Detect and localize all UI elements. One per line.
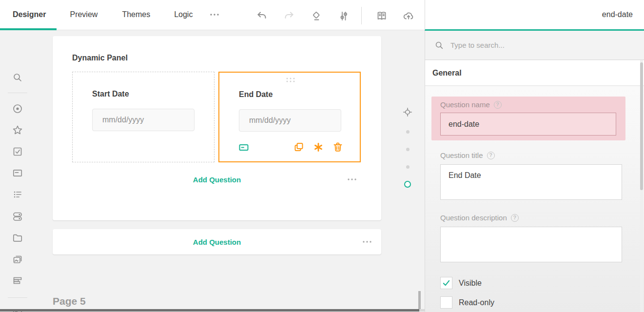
panel-card[interactable]: Dynamic Panel Start Date End Date [53, 36, 381, 220]
panel-more-icon[interactable] [346, 174, 358, 185]
delete-trash-icon[interactable] [332, 141, 344, 153]
field-label: Question title ? [440, 151, 495, 159]
property-fields: Question name ? Question title ? End Dat… [425, 86, 644, 312]
tab-logic[interactable]: Logic [174, 10, 193, 19]
file-folder-icon[interactable] [12, 232, 23, 244]
page-nav-dot[interactable] [406, 165, 410, 169]
design-surface: Dynamic Panel Start Date End Date [35, 30, 425, 312]
drag-handle-icon[interactable] [285, 77, 296, 83]
readonly-checkbox[interactable] [440, 296, 452, 309]
question-name-label: Question name [440, 100, 490, 109]
input-type-icon[interactable] [238, 141, 250, 153]
visible-checkbox[interactable] [440, 277, 452, 289]
field-label: Question description ? [440, 214, 519, 222]
property-search-input[interactable] [450, 41, 644, 49]
property-grid-panel: General Question name ? Question title ?… [425, 31, 644, 312]
redo-icon[interactable] [283, 10, 295, 22]
horizontal-scrollbar[interactable] [0, 309, 419, 312]
page-add-question-card[interactable]: Add Question [53, 229, 381, 254]
tab-themes[interactable]: Themes [122, 10, 150, 19]
help-icon[interactable]: ? [511, 214, 519, 222]
cloud-upload-icon[interactable] [403, 10, 414, 22]
question-description-input[interactable] [440, 227, 622, 262]
settings-sliders-icon[interactable] [338, 10, 350, 22]
undo-icon[interactable] [256, 10, 268, 22]
visible-checkbox-row[interactable]: Visible [440, 277, 482, 289]
panel-title: Dynamic Panel [72, 54, 128, 62]
tab-preview[interactable]: Preview [70, 10, 98, 19]
radiogroup-icon[interactable] [12, 103, 23, 115]
focus-page-icon[interactable] [402, 107, 413, 117]
question-title: End Date [239, 90, 273, 99]
tabs-more-icon[interactable] [209, 9, 220, 20]
dropdown-icon[interactable] [12, 167, 23, 179]
property-panel-header: end-date [425, 0, 644, 31]
question-description-label: Question description [440, 214, 507, 222]
vertical-scrollbar[interactable] [418, 291, 421, 309]
page-label: Page 5 [53, 295, 86, 307]
top-header: Designer Preview Themes Logic [0, 0, 425, 30]
readonly-label: Read-only [459, 298, 494, 307]
section-general[interactable]: General [425, 60, 644, 86]
panel-scrollbar[interactable] [640, 62, 643, 190]
eraser-icon[interactable] [310, 10, 322, 22]
tab-designer[interactable]: Designer [13, 10, 46, 19]
preview-book-icon[interactable] [376, 10, 388, 22]
question-end-date[interactable]: End Date [218, 72, 361, 162]
help-icon[interactable]: ? [494, 101, 502, 109]
ranking-bars-icon[interactable] [12, 275, 23, 287]
rating-star-icon[interactable] [12, 124, 23, 136]
duplicate-icon[interactable] [293, 141, 305, 153]
question-title-label: Question title [440, 151, 483, 159]
date-input[interactable] [239, 109, 341, 132]
help-icon[interactable]: ? [487, 152, 495, 159]
field-question-name-highlighted: Question name ? [431, 97, 625, 140]
page-nav-current-dot[interactable] [404, 181, 411, 188]
checkbox-icon[interactable] [12, 146, 23, 157]
view-tabs: Designer Preview Themes Logic [13, 0, 220, 29]
question-name-input[interactable] [440, 113, 616, 136]
question-title: Start Date [92, 90, 129, 98]
question-start-date[interactable]: Start Date [72, 72, 215, 162]
field-label: Question name ? [440, 100, 502, 109]
toolbox-sidebar [0, 30, 35, 312]
toolbox-separator [8, 93, 27, 93]
add-question-button[interactable]: Add Question [53, 176, 381, 184]
boolean-toggles-icon[interactable] [12, 211, 23, 222]
page-nav-dot[interactable] [406, 130, 410, 134]
page-nav-dot[interactable] [406, 148, 410, 151]
checkmark-icon [442, 279, 450, 287]
toolbox-search-icon[interactable] [12, 72, 23, 83]
required-asterisk-icon[interactable] [312, 141, 324, 153]
readonly-checkbox-row[interactable]: Read-only [440, 296, 494, 309]
tagbox-icon[interactable] [12, 189, 23, 200]
visible-label: Visible [459, 279, 482, 288]
section-title: General [432, 69, 462, 78]
property-search-row [425, 31, 644, 60]
date-input[interactable] [92, 109, 195, 131]
toolbar-separator [361, 7, 362, 24]
search-icon [434, 40, 445, 51]
selected-question-name: end-date [602, 0, 633, 29]
survey-creator-app: Designer Preview Themes Logic e [0, 0, 644, 312]
page-more-icon[interactable] [361, 236, 373, 248]
add-question-button[interactable]: Add Question [53, 238, 381, 246]
question-title-input[interactable]: End Date [440, 164, 622, 200]
active-tab-underline [0, 28, 57, 30]
image-picker-icon[interactable] [12, 254, 23, 265]
toolbox-separator [8, 297, 27, 298]
